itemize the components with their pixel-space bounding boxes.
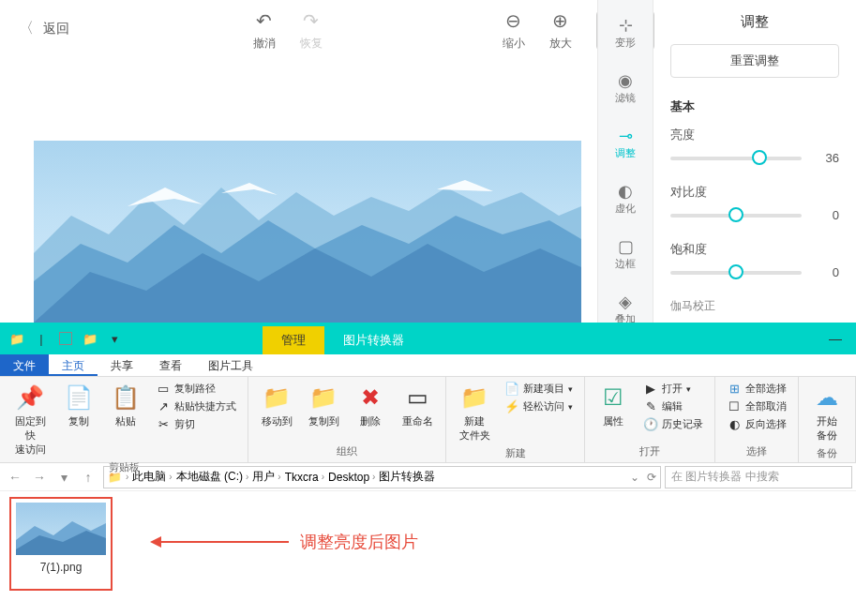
- address-box[interactable]: 📁 › 此电脑› 本地磁盘 (C:)› 用户› Tkxcra› Desktop›…: [103, 466, 661, 488]
- manage-tab[interactable]: 管理: [263, 326, 324, 354]
- undo-button[interactable]: ↶ 撤消: [253, 9, 276, 52]
- breadcrumb-seg[interactable]: 本地磁盘 (C:)›: [176, 469, 249, 485]
- pin-button[interactable]: 📌 固定到快 速访问: [8, 381, 53, 458]
- back-button[interactable]: 〈 返回: [19, 19, 69, 38]
- basic-section-header: 基本: [670, 98, 839, 115]
- rename-icon: ▭: [407, 383, 428, 413]
- easy-access-button[interactable]: ⚡轻松访问 ▾: [501, 398, 577, 414]
- home-tab[interactable]: 主页: [49, 354, 98, 376]
- file-tab[interactable]: 文件: [0, 354, 49, 376]
- new-item-button[interactable]: 📄新建项目 ▾: [501, 381, 577, 397]
- breadcrumb-seg[interactable]: Desktop›: [328, 471, 375, 484]
- adjust-tool[interactable]: ⊸ 调整: [598, 122, 653, 164]
- gamma-label: 伽马校正: [670, 298, 839, 314]
- overlay-icon: ◈: [619, 292, 632, 310]
- contrast-label: 对比度: [670, 184, 839, 201]
- share-tab[interactable]: 共享: [98, 354, 146, 376]
- cut-button[interactable]: ✂剪切: [152, 416, 240, 432]
- blur-tool[interactable]: ◐ 虚化: [598, 177, 653, 219]
- nav-back[interactable]: ←: [4, 466, 26, 488]
- file-item[interactable]: 7(1).png: [9, 497, 113, 591]
- addr-refresh[interactable]: ⟳: [647, 471, 656, 484]
- reset-adjust-button[interactable]: 重置调整: [670, 44, 839, 78]
- search-box[interactable]: 在 图片转换器 中搜索: [665, 466, 852, 488]
- arrow-line: [158, 541, 289, 543]
- search-placeholder: 在 图片转换器 中搜索: [671, 469, 779, 485]
- edit-button[interactable]: ✎编辑: [639, 398, 707, 414]
- folder-icon[interactable]: 📁: [6, 327, 28, 350]
- organize-group: 📁移动到 📁复制到 ✖删除 ▭重命名 组织: [248, 377, 446, 462]
- file-list-area[interactable]: 7(1).png 调整亮度后图片: [0, 491, 856, 613]
- new-group: 📁新建 文件夹 📄新建项目 ▾ ⚡轻松访问 ▾ 新建: [446, 377, 585, 462]
- folder-icon: 📁: [108, 471, 122, 484]
- ribbon: 📌 固定到快 速访问 📄 复制 📋 粘贴 ▭复制路径 ↗粘贴快捷方式 ✂剪切 剪…: [0, 377, 856, 463]
- paste-button[interactable]: 📋 粘贴: [105, 381, 146, 430]
- saturation-label: 饱和度: [670, 241, 839, 258]
- zoom-in-icon: ⊕: [552, 9, 568, 32]
- redo-button[interactable]: ↷ 恢复: [300, 9, 323, 52]
- saturation-value: 0: [811, 265, 839, 279]
- select-none-icon: ☐: [727, 399, 742, 413]
- new-folder-button[interactable]: 📁新建 文件夹: [454, 381, 495, 444]
- zoom-in-button[interactable]: ⊕ 放大: [549, 9, 572, 52]
- transform-tool[interactable]: ⊹ 变形: [598, 11, 653, 53]
- transform-icon: ⊹: [619, 15, 633, 34]
- slider-thumb[interactable]: [728, 207, 743, 222]
- new-item-icon: 📄: [504, 382, 519, 396]
- backup-group-label: 备份: [806, 444, 848, 460]
- canvas-area[interactable]: [34, 141, 581, 323]
- image-tools-tab[interactable]: 图片工具: [195, 354, 266, 376]
- saturation-slider-row: 饱和度 0: [670, 241, 839, 279]
- copy-button[interactable]: 📄 复制: [58, 381, 99, 430]
- breadcrumb-seg[interactable]: 图片转换器: [379, 469, 435, 485]
- paste-shortcut-button[interactable]: ↗粘贴快捷方式: [152, 398, 240, 414]
- cloud-icon: ☁: [816, 383, 838, 413]
- start-backup-button[interactable]: ☁开始 备份: [806, 381, 848, 444]
- checkbox-icon[interactable]: [54, 327, 77, 350]
- brightness-slider[interactable]: [670, 157, 802, 160]
- nav-recent[interactable]: ▾: [53, 466, 75, 488]
- move-to-button[interactable]: 📁移动到: [256, 381, 297, 430]
- rename-button[interactable]: ▭重命名: [397, 381, 438, 430]
- file-thumbnail: [16, 503, 106, 555]
- saturation-slider[interactable]: [670, 271, 802, 275]
- delete-button[interactable]: ✖删除: [350, 381, 391, 430]
- open-item-button[interactable]: ▶打开 ▾: [639, 381, 707, 397]
- slider-thumb[interactable]: [752, 150, 767, 165]
- svg-marker-4: [221, 183, 278, 195]
- qat-overflow[interactable]: ▾: [103, 327, 126, 350]
- transform-label: 变形: [615, 36, 636, 50]
- nav-up[interactable]: ↑: [77, 466, 99, 488]
- folder-icon[interactable]: 📁: [79, 327, 101, 350]
- history-button[interactable]: 🕐历史记录: [639, 416, 707, 432]
- minimize-button[interactable]: —: [815, 323, 856, 354]
- window-controls: —: [815, 323, 856, 354]
- nav-forward[interactable]: →: [28, 466, 51, 488]
- delete-icon: ✖: [361, 383, 380, 413]
- addr-dropdown[interactable]: ⌄: [630, 471, 639, 484]
- clipboard-group: 📌 固定到快 速访问 📄 复制 📋 粘贴 ▭复制路径 ↗粘贴快捷方式 ✂剪切 剪…: [0, 377, 248, 462]
- cut-icon: ✂: [156, 417, 171, 431]
- copy-to-button[interactable]: 📁复制到: [303, 381, 344, 430]
- history-icon: 🕐: [643, 417, 658, 431]
- zoom-out-button[interactable]: ⊖ 缩小: [503, 9, 525, 52]
- breadcrumb-seg[interactable]: 此电脑›: [132, 469, 172, 485]
- select-none-button[interactable]: ☐全部取消: [723, 398, 790, 414]
- contrast-slider[interactable]: [670, 214, 802, 218]
- zoom-out-label: 缩小: [503, 36, 525, 52]
- copy-path-button[interactable]: ▭复制路径: [152, 381, 240, 397]
- copy-label: 复制: [68, 414, 89, 428]
- breadcrumb-seg[interactable]: Tkxcra›: [285, 471, 324, 484]
- border-tool[interactable]: ▢ 边框: [598, 233, 653, 275]
- nav-arrows: ← → ▾ ↑: [4, 466, 99, 488]
- invert-icon: ◐: [727, 417, 742, 431]
- border-label: 边框: [615, 257, 636, 271]
- filter-tool[interactable]: ◉ 滤镜: [598, 67, 653, 109]
- view-tab[interactable]: 查看: [146, 354, 195, 376]
- select-all-button[interactable]: ⊞全部选择: [723, 381, 790, 397]
- file-explorer: 📁 | 📁 ▾ 管理 图片转换器 — 文件 主页 共享 查看 图片工具 📌 固定…: [0, 323, 856, 616]
- invert-selection-button[interactable]: ◐反向选择: [723, 416, 790, 432]
- slider-thumb[interactable]: [728, 264, 743, 279]
- breadcrumb-seg[interactable]: 用户›: [252, 469, 280, 485]
- properties-button[interactable]: ☑属性: [593, 381, 634, 430]
